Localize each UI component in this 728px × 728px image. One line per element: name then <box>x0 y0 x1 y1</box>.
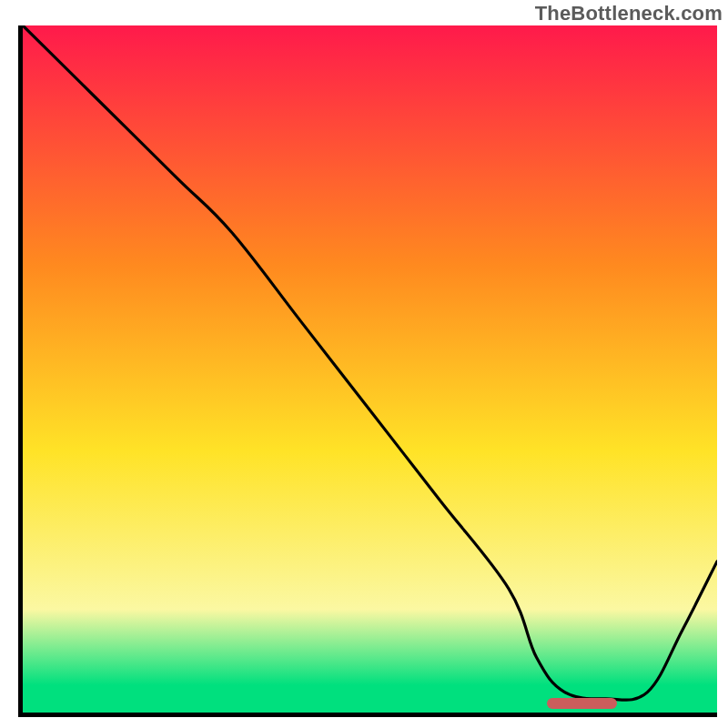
bottleneck-curve <box>23 25 717 713</box>
plot-area <box>18 25 717 717</box>
watermark-text: TheBottleneck.com <box>535 2 723 25</box>
chart-frame: TheBottleneck.com <box>0 0 728 728</box>
optimal-range-marker <box>547 698 617 709</box>
